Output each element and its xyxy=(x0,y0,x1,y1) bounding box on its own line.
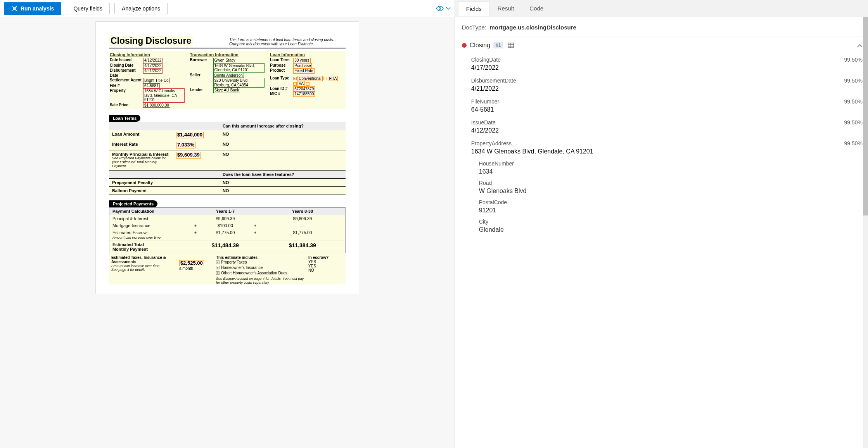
borrower-address: 1634 W Glenoaks Blvd, Glendale, CA 91201 xyxy=(213,63,265,73)
scan-icon xyxy=(11,5,17,12)
query-fields-button[interactable]: Query fields xyxy=(66,3,110,14)
loan-type-fha: FHA xyxy=(328,76,338,81)
subfield-housenumber[interactable]: HouseNumber 1634 xyxy=(460,158,864,177)
sale-price: $1,800,000.00 xyxy=(143,103,170,108)
subfield-postalcode[interactable]: PostalCode 91201 xyxy=(460,197,864,216)
closing-info-heading: Closing Information xyxy=(110,52,185,57)
fields-panel[interactable]: DocType: mortgage.us.closingDisclosure C… xyxy=(455,17,868,448)
svg-rect-1 xyxy=(15,7,16,10)
group-badge: #1 xyxy=(493,42,503,48)
status-dot-icon xyxy=(462,43,467,48)
transaction-info-heading: Transaction Information xyxy=(190,52,265,57)
document-viewport[interactable]: Closing Disclosure This form is a statem… xyxy=(0,17,455,448)
loan-type-fha-cb xyxy=(323,77,327,80)
run-analysis-button[interactable]: Run analysis xyxy=(4,2,61,15)
loan-type-conventional-cb xyxy=(293,77,297,80)
loan-type-va-cb xyxy=(293,82,297,86)
loan-type-conventional: Conventional xyxy=(297,76,322,81)
view-toggle[interactable] xyxy=(436,6,451,11)
lender: Skye AU Bank xyxy=(213,88,240,93)
subfield-road[interactable]: Road W Glenoaks Blvd xyxy=(460,177,864,197)
svg-rect-0 xyxy=(13,7,14,10)
tab-code[interactable]: Code xyxy=(522,1,551,16)
file-number: 64-5681 xyxy=(143,83,160,89)
group-header[interactable]: Closing #1 xyxy=(460,36,864,53)
loan-features-question: Does the loan have these features? xyxy=(220,171,346,178)
chevron-up-icon xyxy=(857,44,863,47)
toolbar: Run analysis Query fields Analyze option… xyxy=(0,0,455,17)
analyze-options-button[interactable]: Analyze options xyxy=(114,3,168,14)
monthly-pi: $9,609.39 xyxy=(176,152,201,159)
loan-mic: 147188500 xyxy=(293,91,315,97)
tab-result[interactable]: Result xyxy=(490,1,522,16)
run-analysis-label: Run analysis xyxy=(21,5,54,12)
tabs: Fields Result Code xyxy=(455,0,868,17)
estimated-taxes-heading: Estimated Taxes, Insurance & Assessments xyxy=(111,255,175,264)
table-icon xyxy=(508,42,514,48)
loan-term: 30 years xyxy=(293,58,310,63)
borrower-name: Gwen Stacy xyxy=(213,58,237,63)
tab-fields[interactable]: Fields xyxy=(458,1,490,16)
field-closingdate[interactable]: ClosingDate99.50% 4/17/2022 xyxy=(460,53,864,74)
doc-title: Closing Disclosure xyxy=(109,36,193,46)
field-disbursementdate[interactable]: DisbursementDate99.50% 4/21/2022 xyxy=(460,74,864,95)
doctype-line: DocType: mortgage.us.closingDisclosure xyxy=(460,22,864,36)
loan-amount: $1,440,000 xyxy=(176,132,204,138)
scrollbar-thumb[interactable] xyxy=(863,17,868,215)
closing-date: 4/17/2022 xyxy=(143,63,163,69)
group-name: Closing xyxy=(470,42,490,49)
seller-name: Bonita Anderson xyxy=(213,73,244,78)
seller-address: 920 University Blvd, Rexburg, CA 94954 xyxy=(213,78,265,88)
document-page: Closing Disclosure This form is a statem… xyxy=(95,21,359,294)
chevron-down-icon xyxy=(446,7,451,10)
disbursement-date: 4/21/2022 xyxy=(143,68,163,74)
loan-purpose: Purchase xyxy=(293,63,312,69)
estimated-taxes-amount: $2,525.00 xyxy=(179,260,204,267)
property-address: 1634 W Glenoaks Blvd, Glendale, CA 91201 xyxy=(143,88,185,103)
field-filenumber[interactable]: FileNumber99.50% 64-5681 xyxy=(460,95,864,116)
eye-icon xyxy=(436,6,444,11)
doctype-value: mortgage.us.closingDisclosure xyxy=(489,24,576,31)
field-issuedate[interactable]: IssueDate99.50% 4/12/2022 xyxy=(460,116,864,137)
loan-info-heading: Loan Information xyxy=(270,52,345,57)
loan-type-other-cb xyxy=(306,82,310,86)
scrollbar[interactable] xyxy=(863,17,868,448)
loan-product: Fixed Rate xyxy=(293,68,314,74)
field-propertyaddress[interactable]: PropertyAddress99.50% 1634 W Glenoaks Bl… xyxy=(460,137,864,158)
subfield-city[interactable]: City Glendale xyxy=(460,216,864,236)
projected-payments-heading: Projected Payments xyxy=(109,200,157,207)
date-issued: 4/12/2022 xyxy=(143,58,163,63)
loan-type-va: VA xyxy=(297,81,305,86)
settlement-agent: Bright Title Co xyxy=(143,78,170,83)
loan-terms-heading: Loan Terms xyxy=(109,115,141,122)
loan-terms-question: Can this amount increase after closing? xyxy=(220,122,346,130)
loan-id: 672047879 xyxy=(293,86,315,92)
interest-rate: 7.033% xyxy=(176,142,195,148)
svg-point-2 xyxy=(439,8,441,9)
doc-subtitle: This form is a statement of final loan t… xyxy=(229,38,346,46)
